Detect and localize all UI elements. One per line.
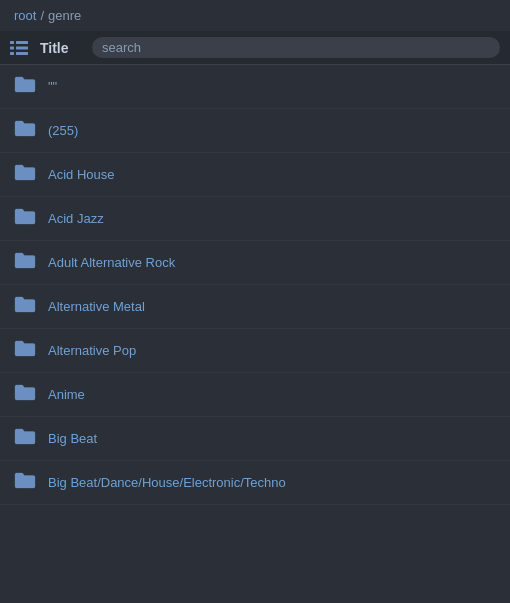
folder-icon — [14, 339, 36, 362]
folder-icon — [14, 471, 36, 494]
table-row[interactable]: Adult Alternative Rock — [0, 241, 510, 285]
table-row[interactable]: Big Beat/Dance/House/Electronic/Techno — [0, 461, 510, 505]
table-row[interactable]: Alternative Pop — [0, 329, 510, 373]
file-name: Acid Jazz — [48, 211, 104, 226]
file-name: (255) — [48, 123, 78, 138]
search-input[interactable] — [102, 40, 490, 55]
svg-rect-5 — [16, 52, 28, 55]
file-name: Big Beat/Dance/House/Electronic/Techno — [48, 475, 286, 490]
folder-icon — [14, 427, 36, 450]
file-name: Alternative Pop — [48, 343, 136, 358]
folder-icon — [14, 119, 36, 142]
table-header: Title — [0, 31, 510, 65]
file-name: Alternative Metal — [48, 299, 145, 314]
table-row[interactable]: Anime — [0, 373, 510, 417]
file-name: Adult Alternative Rock — [48, 255, 175, 270]
table-row[interactable]: (255) — [0, 109, 510, 153]
table-row[interactable]: Big Beat — [0, 417, 510, 461]
folder-icon — [14, 75, 36, 98]
breadcrumb-current: genre — [48, 8, 81, 23]
table-row[interactable]: Acid House — [0, 153, 510, 197]
table-row[interactable]: Acid Jazz — [0, 197, 510, 241]
column-title: Title — [40, 40, 80, 56]
svg-rect-3 — [16, 46, 28, 49]
table-row[interactable]: "" — [0, 65, 510, 109]
file-name: Acid House — [48, 167, 114, 182]
folder-icon — [14, 295, 36, 318]
file-list: "" (255) Acid House Acid Jazz Adult Alte… — [0, 65, 510, 505]
file-name: "" — [48, 79, 57, 94]
breadcrumb: root / genre — [0, 0, 510, 31]
breadcrumb-separator: / — [40, 8, 44, 23]
file-name: Anime — [48, 387, 85, 402]
list-view-icon[interactable] — [10, 41, 28, 55]
folder-icon — [14, 251, 36, 274]
folder-icon — [14, 207, 36, 230]
table-row[interactable]: Alternative Metal — [0, 285, 510, 329]
svg-rect-4 — [10, 52, 14, 55]
search-input-wrapper[interactable] — [92, 37, 500, 58]
breadcrumb-root[interactable]: root — [14, 8, 36, 23]
svg-rect-0 — [10, 41, 14, 44]
svg-rect-2 — [10, 46, 14, 49]
folder-icon — [14, 163, 36, 186]
svg-rect-1 — [16, 41, 28, 44]
file-name: Big Beat — [48, 431, 97, 446]
folder-icon — [14, 383, 36, 406]
